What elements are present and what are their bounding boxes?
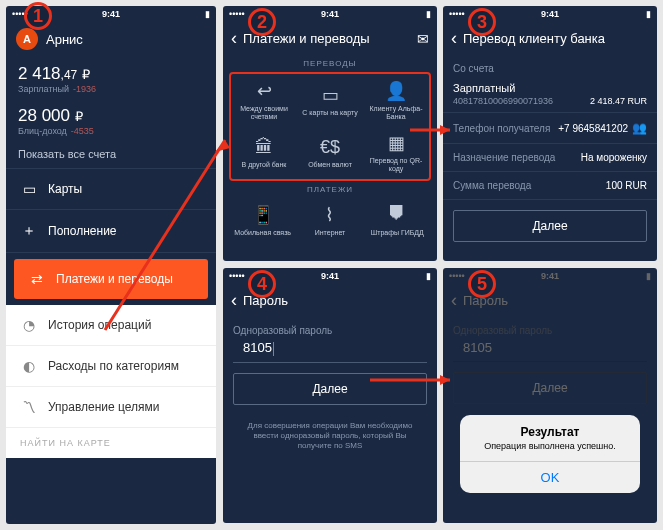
menu-cards[interactable]: ▭ Карты	[6, 169, 216, 210]
wifi-icon: ⌇	[325, 204, 334, 226]
back-icon: ‹	[451, 290, 457, 311]
user-name: Арнис	[46, 32, 83, 47]
purpose-row[interactable]: Назначение перевода На мороженку	[443, 144, 657, 172]
show-all-accounts[interactable]: Показать все счета	[6, 140, 216, 169]
currency: ₽	[75, 109, 83, 124]
page-title: Пароль	[463, 293, 649, 308]
chat-icon[interactable]: ✉	[417, 31, 429, 47]
pie-icon: ◐	[20, 358, 38, 374]
step-badge-2: 2	[248, 8, 276, 36]
signal-dots: •••••	[449, 271, 465, 281]
menu-payments-transfers[interactable]: ⇄ Платежи и переводы	[14, 259, 208, 299]
section-transfers: ПЕРЕВОДЫ	[223, 55, 437, 72]
battery-icon: ▮	[646, 9, 651, 19]
signal-dots: •••••	[229, 271, 245, 281]
alert-title: Результат	[460, 415, 640, 441]
amount-value: 100 RUR	[606, 180, 647, 191]
clock: 9:41	[321, 9, 339, 19]
back-icon[interactable]: ‹	[231, 290, 237, 311]
account-number: 40817810006990071936	[453, 96, 553, 106]
clock-icon: ◔	[20, 317, 38, 333]
transfers-grid: ↩Между своими счетами ▭С карты на карту …	[229, 72, 431, 181]
amount-label: Сумма перевода	[453, 180, 531, 191]
cell-qr-transfer[interactable]: ▦Перевод по QR-коду	[363, 126, 429, 178]
balance-cents: ,47	[61, 68, 78, 82]
otp-hint: Для совершения операции Вам необходимо в…	[223, 415, 437, 458]
cell-internet[interactable]: ⌇Интернет	[296, 198, 363, 243]
back-icon[interactable]: ‹	[231, 28, 237, 49]
menu-label: Расходы по категориям	[48, 359, 179, 373]
battery-icon: ▮	[205, 9, 210, 19]
cell-fines[interactable]: ⛊Штрафы ГИБДД	[364, 198, 431, 243]
account-delta: -1936	[73, 84, 96, 94]
cell-bank-client[interactable]: 👤Клиенту Альфа-Банка	[363, 74, 429, 126]
amount-row[interactable]: Сумма перевода 100 RUR	[443, 172, 657, 200]
contacts-icon[interactable]: 👥	[632, 121, 647, 135]
phone-label: Телефон получателя	[453, 123, 550, 134]
otp-label: Одноразовый пароль	[223, 317, 437, 338]
menu-expenses[interactable]: ◐ Расходы по категориям	[6, 346, 216, 387]
back-icon[interactable]: ‹	[451, 28, 457, 49]
menu-label: Платежи и переводы	[56, 272, 173, 286]
account-delta: -4535	[71, 126, 94, 136]
account-label: Блиц-доход	[18, 126, 67, 136]
screen-1-home: ••••• 9:41 ▮ А Арнис 2 418,47 ₽ Зарплатн…	[6, 6, 216, 524]
screen-3-transfer-form: ••••• 9:41 ▮ ‹ Перевод клиенту банка Со …	[443, 6, 657, 261]
step-badge-4: 4	[248, 270, 276, 298]
menu-label: Управление целями	[48, 400, 160, 414]
next-button: Далее	[453, 372, 647, 404]
menu-history[interactable]: ◔ История операций	[6, 305, 216, 346]
return-icon: ↩	[257, 80, 272, 102]
from-account[interactable]: Зарплатный 40817810006990071936 2 418.47…	[443, 76, 657, 113]
chart-icon: 〽	[20, 399, 38, 415]
currency: ₽	[82, 67, 90, 82]
qr-icon: ▦	[388, 132, 405, 154]
exchange-icon: €$	[320, 136, 340, 158]
clock: 9:41	[102, 9, 120, 19]
shield-icon: ⛊	[388, 204, 406, 226]
next-button[interactable]: Далее	[453, 210, 647, 242]
otp-input[interactable]: 8105	[233, 338, 427, 363]
alert-ok-button[interactable]: OK	[460, 461, 640, 493]
account-balance: 2 418.47 RUR	[590, 96, 647, 106]
signal-dots: •••••	[229, 9, 245, 19]
person-icon: 👤	[385, 80, 407, 102]
cell-other-bank[interactable]: 🏛В другой банк	[231, 126, 297, 178]
cell-card-to-card[interactable]: ▭С карты на карту	[297, 74, 363, 126]
account-label: Зарплатный	[18, 84, 69, 94]
menu-goals[interactable]: 〽 Управление целями	[6, 387, 216, 428]
purpose-label: Назначение перевода	[453, 152, 555, 163]
cell-mobile[interactable]: 📱Мобильная связь	[229, 198, 296, 243]
signal-dots: •••••	[449, 9, 465, 19]
clock: 9:41	[541, 9, 559, 19]
battery-icon: ▮	[426, 271, 431, 281]
cell-own-accounts[interactable]: ↩Между своими счетами	[231, 74, 297, 126]
cell-exchange[interactable]: €$Обмен валют	[297, 126, 363, 178]
step-badge-5: 5	[468, 270, 496, 298]
account-2[interactable]: 28 000 ₽ Блиц-доход -4535	[6, 98, 216, 140]
otp-label: Одноразовый пароль	[443, 317, 657, 338]
cards-icon: ▭	[322, 84, 339, 106]
bank-icon: 🏛	[255, 136, 273, 158]
balance-int: 28 000	[18, 106, 70, 125]
next-button[interactable]: Далее	[233, 373, 427, 405]
recipient-phone-row[interactable]: Телефон получателя +7 9645841202👥	[443, 113, 657, 144]
page-title: Пароль	[243, 293, 429, 308]
payments-grid: 📱Мобильная связь ⌇Интернет ⛊Штрафы ГИБДД	[229, 198, 431, 243]
page-title: Перевод клиенту банка	[463, 31, 649, 46]
card-icon: ▭	[20, 181, 38, 197]
account-name: Зарплатный	[453, 82, 647, 94]
result-alert: Результат Операция выполнена успешно. OK	[460, 415, 640, 493]
balance-int: 2 418	[18, 64, 61, 83]
battery-icon: ▮	[426, 9, 431, 19]
account-1[interactable]: 2 418,47 ₽ Зарплатный -1936	[6, 56, 216, 98]
purpose-value: На мороженку	[581, 152, 647, 163]
battery-icon: ▮	[646, 271, 651, 281]
step-badge-1: 1	[24, 2, 52, 30]
menu-topup[interactable]: ＋ Пополнение	[6, 210, 216, 253]
find-on-map[interactable]: НАЙТИ НА КАРТЕ	[6, 428, 216, 458]
section-payments: ПЛАТЕЖИ	[223, 181, 437, 198]
otp-input: 8105	[453, 338, 647, 362]
menu-label: История операций	[48, 318, 151, 332]
step-badge-3: 3	[468, 8, 496, 36]
